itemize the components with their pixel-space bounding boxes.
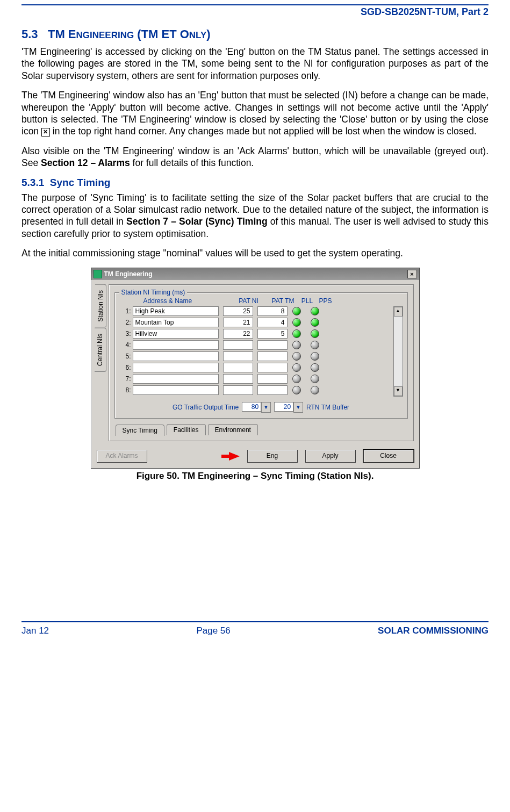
window-titlebar: TM Engineering × [91, 268, 419, 280]
tab-environment[interactable]: Environment [208, 424, 258, 435]
station-row: 1:High Peak258 [119, 306, 390, 316]
pat-ni-input[interactable]: 25 [223, 306, 253, 316]
pat-ni-input[interactable] [223, 374, 253, 384]
para-4: The purpose of 'Sync Timing' is to facil… [21, 192, 489, 240]
pps-led [311, 329, 319, 338]
footer-page: Page 56 [196, 626, 230, 636]
go-traffic-label: GO Traffic Output Time [173, 404, 239, 411]
sync-timing-panel: Station NI Timing (ms) Address & Name PA… [109, 284, 414, 441]
section-title: TM ENGINEERING (TM ET ONLY) [48, 27, 211, 41]
row-index: 7: [119, 375, 133, 383]
tm-engineering-window: TM Engineering × Station NIs Central NIs… [91, 268, 420, 469]
pat-ni-input[interactable] [223, 351, 253, 361]
subsection-title: Sync Timing [50, 177, 111, 188]
pps-led [311, 386, 319, 394]
station-name-input[interactable] [133, 351, 219, 361]
doc-header: SGD-SB2025NT-TUM, Part 2 [21, 5, 489, 20]
station-ni-timing-group: Station NI Timing (ms) Address & Name PA… [114, 292, 408, 419]
apply-button[interactable]: Apply [305, 450, 356, 463]
pps-led [311, 341, 319, 349]
pat-ni-input[interactable]: 22 [223, 329, 253, 339]
pat-ni-input[interactable] [223, 363, 253, 372]
scroll-down-button[interactable]: ▼ [394, 386, 403, 396]
close-button[interactable]: Close [363, 450, 414, 463]
pll-led [292, 341, 301, 349]
hdr-pll: PLL [298, 297, 317, 305]
station-row: 2:Mountain Top214 [119, 318, 390, 327]
pat-tm-input[interactable] [257, 363, 288, 372]
hdr-pat-ni: PAT NI [234, 297, 264, 305]
pps-led [311, 352, 319, 361]
vtab-station-nis[interactable]: Station NIs [95, 284, 106, 328]
station-row: 5: [119, 351, 390, 361]
vtab-central-nis[interactable]: Central NIs [95, 328, 106, 372]
pat-ni-input[interactable] [223, 385, 253, 395]
ack-alarms-button: Ack Alarms [97, 450, 147, 463]
rtn-tm-combo[interactable]: 20 ▼ [274, 402, 303, 413]
footer-date: Jan 12 [21, 626, 49, 636]
footer-section: SOLAR COMMISSIONING [378, 626, 489, 636]
red-arrow-indicator [221, 452, 240, 461]
subsection-heading: 5.3.1 Sync Timing [21, 177, 489, 189]
row-index: 1: [119, 307, 133, 315]
row-index: 4: [119, 341, 133, 349]
pll-led [292, 375, 301, 383]
pps-led [311, 375, 319, 383]
station-row: 4: [119, 340, 390, 350]
station-name-input[interactable] [133, 363, 219, 372]
pat-tm-input[interactable] [257, 351, 288, 361]
eng-button[interactable]: Eng [247, 450, 298, 463]
pat-ni-input[interactable]: 21 [223, 318, 253, 327]
pat-tm-input[interactable]: 4 [257, 318, 288, 327]
chevron-down-icon[interactable]: ▼ [261, 402, 271, 413]
station-name-input[interactable] [133, 374, 219, 384]
section-heading: 5.3 TM ENGINEERING (TM ET ONLY) [21, 27, 489, 41]
close-icon-inline: ✕ [41, 128, 50, 136]
scroll-up-button[interactable]: ▲ [394, 307, 403, 317]
column-headers: Address & Name PAT NI PAT TM PLL PPS [119, 297, 403, 305]
station-name-input[interactable]: Hillview [133, 329, 219, 339]
row-index: 6: [119, 364, 133, 371]
hdr-address-name: Address & Name [133, 297, 229, 305]
row-index: 8: [119, 386, 133, 394]
rtn-tm-value[interactable]: 20 [274, 402, 293, 412]
pll-led [292, 329, 301, 338]
pat-ni-input[interactable] [223, 340, 253, 350]
station-row: 8: [119, 385, 390, 395]
station-row: 6: [119, 363, 390, 372]
pat-tm-input[interactable]: 8 [257, 306, 288, 316]
station-row: 3:Hillview225 [119, 329, 390, 339]
tab-facilities[interactable]: Facilities [167, 424, 206, 435]
pps-led [311, 318, 319, 327]
hdr-pat-tm: PAT TM [268, 297, 298, 305]
pat-tm-input[interactable] [257, 374, 288, 384]
subsection-number: 5.3.1 [21, 177, 44, 188]
pll-led [292, 386, 301, 394]
go-traffic-value[interactable]: 80 [242, 402, 261, 412]
pps-led [311, 363, 319, 372]
app-icon [94, 270, 102, 278]
row-index: 2: [119, 319, 133, 326]
chevron-down-icon[interactable]: ▼ [293, 402, 303, 413]
pll-led [292, 318, 301, 327]
station-name-input[interactable]: High Peak [133, 306, 219, 316]
rows-scrollbar[interactable]: ▲ ▼ [393, 306, 403, 397]
pll-led [292, 307, 301, 315]
hdr-pps: PPS [317, 297, 335, 305]
go-traffic-combo[interactable]: 80 ▼ [242, 402, 271, 413]
station-name-input[interactable] [133, 340, 219, 350]
group-legend: Station NI Timing (ms) [119, 289, 188, 296]
para-2: The 'TM Engineering' window also has an … [21, 89, 489, 138]
station-name-input[interactable] [133, 385, 219, 395]
pat-tm-input[interactable]: 5 [257, 329, 288, 339]
pat-tm-input[interactable] [257, 340, 288, 350]
tab-sync-timing[interactable]: Sync Timing [116, 425, 164, 436]
station-name-input[interactable]: Mountain Top [133, 318, 219, 327]
window-close-button[interactable]: × [407, 270, 417, 278]
window-title: TM Engineering [104, 270, 153, 278]
pps-led [311, 307, 319, 315]
section-number: 5.3 [21, 27, 38, 41]
pat-tm-input[interactable] [257, 385, 288, 395]
para-5: At the initial commissioning stage "nomi… [21, 247, 489, 259]
pll-led [292, 363, 301, 372]
